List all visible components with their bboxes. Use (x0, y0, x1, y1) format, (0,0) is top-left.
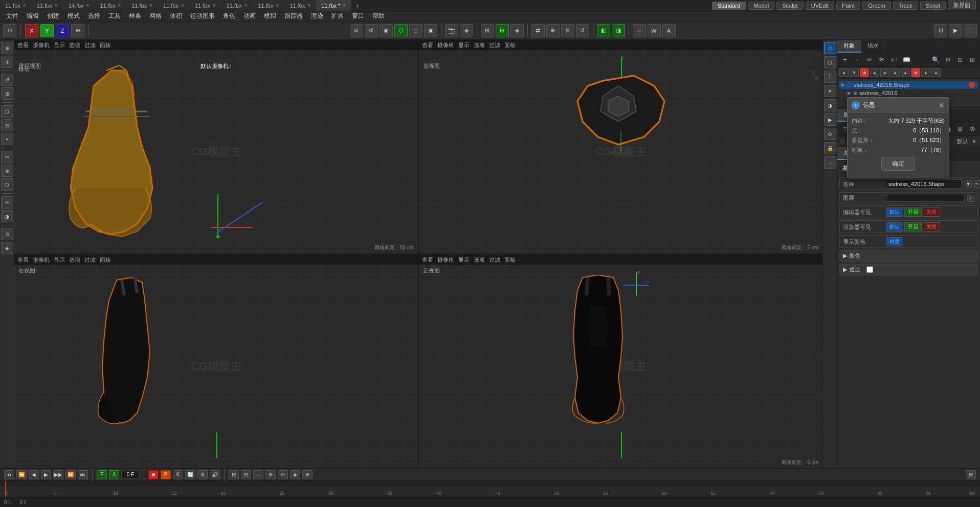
vp-front-select[interactable]: 选项 (474, 256, 485, 264)
tree-item-shape[interactable]: ▶ ⬡ ssdress_42016.Shape (839, 81, 978, 89)
menu-mesh[interactable]: 网格 (145, 11, 166, 21)
rp-si-3[interactable]: ◆ (860, 68, 869, 77)
menu-spline[interactable]: 样条 (125, 11, 145, 21)
menu-create[interactable]: 创建 (43, 11, 63, 21)
attr-dropdown-arrow[interactable]: ▼ (971, 139, 977, 145)
tb-rotate[interactable]: ↺ (365, 24, 378, 37)
tc-extra7[interactable]: ⊕ (302, 470, 313, 479)
vp-top-panel[interactable]: 面板 (504, 41, 516, 49)
menu-character[interactable]: 角色 (219, 11, 239, 21)
menu-help[interactable]: 帮助 (368, 11, 389, 21)
rp-si-2[interactable]: ▼ (850, 68, 859, 77)
tab-close-10[interactable]: × (343, 3, 346, 8)
vp-right-panel[interactable]: 面板 (100, 256, 111, 264)
tab-5[interactable]: 11.fbx × (158, 0, 190, 11)
attr-name-input[interactable] (886, 179, 962, 189)
viewport-perspective[interactable]: 查看 摄像机 显示 选项 过滤 面板 透视视图 默认摄像机↑ CG模型主 (14, 40, 418, 254)
rp-si-10[interactable]: ▲ (931, 68, 941, 77)
menu-tools[interactable]: 工具 (104, 11, 125, 21)
tc-play[interactable]: ▶ (41, 470, 51, 479)
toolbar-z[interactable]: Z (56, 24, 69, 37)
vp-top-select[interactable]: 选项 (474, 41, 485, 49)
tb-render-all[interactable]: ⬛ (964, 24, 977, 37)
tc-record-pos[interactable]: P (161, 470, 171, 479)
tab-close-3[interactable]: × (118, 3, 121, 8)
vi-settings[interactable]: ⚙ (824, 128, 836, 140)
vi-cube[interactable]: ⬡ (824, 56, 836, 68)
rp-si-1[interactable]: ▲ (839, 68, 849, 77)
mode-new-window[interactable]: 新界面 (948, 1, 976, 10)
tab-close-5[interactable]: × (181, 3, 184, 8)
lt-scale[interactable]: ⊞ (1, 87, 13, 100)
tc-extra3[interactable]: → (253, 470, 263, 479)
rp-tab-scene[interactable]: 场次 (861, 40, 885, 53)
rp-si-7[interactable]: ▲ (901, 68, 910, 77)
vp-top-look[interactable]: 查看 (422, 41, 433, 49)
tb-scale[interactable]: ⊗ (561, 24, 574, 37)
timeline-cursor[interactable] (5, 481, 6, 497)
timeline-ruler[interactable]: 0 5 10 15 20 25 30 35 40 45 50 55 60 65 … (0, 481, 980, 497)
tab-7[interactable]: 11.fbx × (221, 0, 253, 11)
tab-10[interactable]: 11.fbx * × (316, 0, 351, 11)
tab-4[interactable]: 11.fbx × (126, 0, 158, 11)
mode-paint[interactable]: Paint (836, 2, 860, 10)
vp-right-filter[interactable]: 过滤 (84, 256, 96, 264)
tc-goto-end[interactable]: ⏭ (78, 470, 88, 479)
rp-tb-settings2[interactable]: ⚙ (942, 54, 953, 65)
tc-expand[interactable]: ⊞ (966, 470, 976, 479)
menu-tracker[interactable]: 跟踪器 (280, 11, 307, 21)
rp-tab-object[interactable]: 对象 (837, 40, 861, 53)
tb-sphere[interactable]: ◉ (380, 24, 393, 37)
vp-right-select[interactable]: 选项 (69, 256, 80, 264)
vp-right-display[interactable]: 显示 (54, 256, 65, 264)
rp-tb-view[interactable]: 👁 (876, 54, 887, 65)
lt-extrude[interactable]: ⬡ (1, 178, 13, 191)
attr-editor-off[interactable]: 关闭 (923, 208, 940, 217)
vp-top-camera[interactable]: 摄像机 (437, 41, 454, 49)
lt-poly[interactable]: ⬡ (1, 105, 13, 118)
tb-rotation[interactable]: ↺ (576, 24, 589, 37)
mode-model[interactable]: Model (748, 2, 774, 10)
vp-right-look[interactable]: 查看 (17, 256, 29, 264)
vi-light[interactable]: ☀ (824, 85, 836, 97)
attr-transparency-header[interactable]: ▶ 透显 (840, 264, 977, 275)
menu-simulate[interactable]: 模拟 (260, 11, 280, 21)
tc-anim-toggle[interactable]: A (109, 470, 119, 479)
toolbar-move[interactable]: ⊕ (71, 24, 84, 37)
lt-move[interactable]: ✛ (1, 56, 13, 68)
tb-render-region[interactable]: ⊡ (934, 24, 947, 37)
tab-close-4[interactable]: × (149, 3, 152, 8)
tb-snap3[interactable]: ◈ (510, 24, 524, 37)
tc-step-fwd[interactable]: ▶▶ (53, 470, 63, 479)
tb-cube[interactable]: ⬡ (394, 24, 408, 37)
vi-lock[interactable]: 🔒 (824, 142, 836, 154)
tb-display1[interactable]: ◧ (597, 24, 610, 37)
tc-step-back[interactable]: ◀ (29, 470, 39, 479)
rp-tb-tag[interactable]: 🏷 (888, 54, 900, 65)
rp-si-4[interactable]: ▲ (870, 68, 879, 77)
vp-menu-look[interactable]: 查看 (17, 41, 29, 49)
tc-sound[interactable]: 🔊 (210, 470, 220, 479)
lt-point[interactable]: • (1, 133, 13, 145)
tab-0[interactable]: 11.fbx × (0, 0, 32, 11)
tb-mode1[interactable]: □ (409, 24, 422, 37)
menu-mograph[interactable]: 运动图形 (186, 11, 219, 21)
rp-tb-edit[interactable]: ✏ (864, 54, 875, 65)
menu-animate[interactable]: 动画 (239, 11, 260, 21)
vp-right-camera[interactable]: 摄像机 (33, 256, 50, 264)
tab-close-1[interactable]: × (55, 3, 58, 8)
tab-9[interactable]: 11.fbx × (284, 0, 316, 11)
tb-render-view[interactable]: ▶ (949, 24, 962, 37)
menu-render[interactable]: 渲染 (307, 11, 327, 21)
mode-standard[interactable]: Standard (712, 2, 746, 10)
rp-si-8[interactable]: ◆ (911, 68, 920, 77)
tab-close-2[interactable]: × (86, 3, 90, 8)
rp-tb-book[interactable]: 📖 (901, 54, 912, 65)
tree-vis-dot[interactable] (969, 82, 975, 88)
tc-options[interactable]: ⚙ (197, 470, 208, 479)
tc-next-frame[interactable]: ⏩ (65, 470, 76, 479)
lt-select[interactable]: ⊕ (1, 42, 13, 54)
tb-a[interactable]: A (662, 24, 676, 37)
attr-transparency-check[interactable] (866, 266, 873, 273)
menu-select[interactable]: 选择 (84, 11, 104, 21)
